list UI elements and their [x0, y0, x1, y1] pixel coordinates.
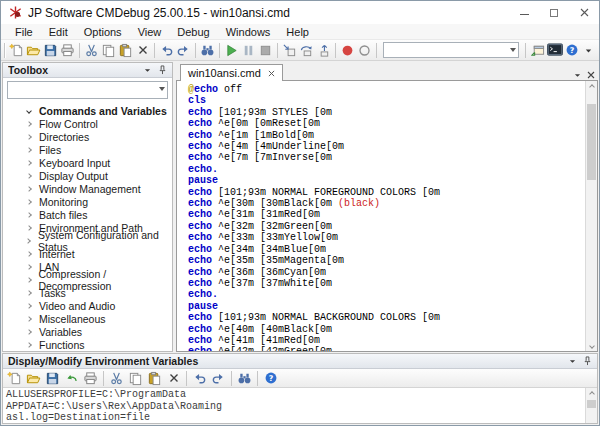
- paste-icon[interactable]: [145, 369, 164, 387]
- undo-icon[interactable]: [158, 41, 175, 59]
- delete-icon[interactable]: [164, 369, 183, 387]
- stop-icon[interactable]: [257, 41, 274, 59]
- copy-icon[interactable]: [100, 41, 117, 59]
- find-icon[interactable]: [199, 41, 216, 59]
- code-line: echo ^e[40m [40mBlack[0m: [188, 324, 585, 335]
- toolbox-item[interactable]: Variables: [3, 325, 172, 338]
- chevron-right-icon: [26, 277, 32, 283]
- print-icon[interactable]: [81, 369, 100, 387]
- toolbar-combobox[interactable]: [383, 42, 519, 58]
- env-vertical-scrollbar[interactable]: [585, 388, 597, 423]
- chevron-right-icon: [26, 251, 32, 257]
- menu-help[interactable]: Help: [278, 24, 317, 40]
- toolbar-separator: [525, 43, 526, 58]
- find-icon[interactable]: [235, 369, 254, 387]
- scrollbar-thumb[interactable]: [587, 400, 596, 408]
- toolbox-item[interactable]: System Configuration and Status: [3, 234, 172, 247]
- scroll-down-button[interactable]: [586, 340, 597, 351]
- toolbox-menu-button[interactable]: [140, 64, 155, 77]
- pause-icon[interactable]: [240, 41, 257, 59]
- step-into-icon[interactable]: [281, 41, 298, 59]
- close-icon: [580, 8, 589, 17]
- save-icon[interactable]: [42, 41, 59, 59]
- scrollbar-track[interactable]: [586, 92, 597, 340]
- menu-file[interactable]: File: [7, 24, 41, 40]
- cut-icon[interactable]: [107, 369, 126, 387]
- chevron-right-icon: [26, 303, 32, 309]
- open-file-icon[interactable]: [24, 369, 43, 387]
- record-outline-icon[interactable]: [356, 41, 373, 59]
- toolbox-item[interactable]: Flow Control: [3, 117, 172, 130]
- help-icon[interactable]: ?: [261, 369, 280, 387]
- toolbox-item[interactable]: Window Management: [3, 182, 172, 195]
- chevron-right-icon: [26, 147, 32, 153]
- toolbar-separator: [335, 43, 336, 58]
- env-variable-list[interactable]: ALLUSERSPROFILE=C:\ProgramDataAPPDATA=C:…: [3, 388, 585, 423]
- toolbox-item[interactable]: Keyboard Input: [3, 156, 172, 169]
- new-file-icon[interactable]: [8, 41, 25, 59]
- close-button[interactable]: [569, 1, 599, 24]
- undo-icon[interactable]: [190, 369, 209, 387]
- step-over-icon[interactable]: [298, 41, 315, 59]
- toolbox-item[interactable]: Video and Audio: [3, 299, 172, 312]
- overflow-arrow-icon[interactable]: [580, 41, 597, 59]
- toolbox-item[interactable]: Functions: [3, 338, 172, 351]
- env-panel-pin-button[interactable]: [580, 355, 595, 368]
- step-out-icon[interactable]: [315, 41, 332, 59]
- help-icon[interactable]: ?: [563, 41, 580, 59]
- open-file-icon[interactable]: [25, 41, 42, 59]
- toolbox-item[interactable]: Compression / Decompression: [3, 273, 172, 286]
- toolbox-item[interactable]: Directories: [3, 130, 172, 143]
- editor-vertical-scrollbar[interactable]: [585, 81, 597, 351]
- toolbox-pin-button[interactable]: [155, 64, 170, 77]
- record-icon[interactable]: [339, 41, 356, 59]
- toolbar-separator: [195, 43, 196, 58]
- toolbar-separator: [186, 371, 187, 386]
- cut-icon[interactable]: [83, 41, 100, 59]
- console-icon[interactable]: [546, 41, 563, 59]
- chevron-down-icon: [569, 358, 576, 365]
- copy-icon[interactable]: [126, 369, 145, 387]
- code-area[interactable]: @echo offclsecho [101;93m STYLES [0mecho…: [177, 81, 585, 351]
- scroll-up-button[interactable]: [586, 388, 597, 399]
- tab-close-button[interactable]: [268, 70, 275, 77]
- scrollbar-track[interactable]: [586, 399, 597, 423]
- run-icon[interactable]: [223, 41, 240, 59]
- menu-view[interactable]: View: [130, 24, 170, 40]
- toolbox-item[interactable]: Files: [3, 143, 172, 156]
- new-file-icon[interactable]: [5, 369, 24, 387]
- toolbox-root-item[interactable]: Commands and Variables: [3, 104, 172, 117]
- chevron-down-icon: [589, 343, 595, 349]
- delete-icon[interactable]: [134, 41, 151, 59]
- maximize-button[interactable]: [539, 1, 569, 24]
- toolbox-filter-combobox[interactable]: [7, 81, 168, 99]
- toolbox-item[interactable]: Batch files: [3, 208, 172, 221]
- attach-window-icon[interactable]: [529, 41, 546, 59]
- chevron-right-icon: [26, 329, 32, 335]
- toolbox-item[interactable]: Miscellaneous: [3, 312, 172, 325]
- chevron-down-icon: [574, 72, 581, 79]
- redo-icon[interactable]: [175, 41, 192, 59]
- tab-win10ansi[interactable]: win10ansi.cmd: [180, 64, 283, 81]
- print-icon[interactable]: [59, 41, 76, 59]
- revert-icon[interactable]: [62, 369, 81, 387]
- save-icon[interactable]: [43, 369, 62, 387]
- redo-icon[interactable]: [209, 369, 228, 387]
- toolbar-separator: [231, 371, 232, 386]
- toolbox-item[interactable]: Monitoring: [3, 195, 172, 208]
- menu-debug[interactable]: Debug: [169, 24, 217, 40]
- menu-options[interactable]: Options: [76, 24, 130, 40]
- toolbox-tree: Commands and Variables Flow ControlDirec…: [3, 103, 172, 351]
- toolbar-separator: [103, 371, 104, 386]
- toolbox-item[interactable]: Display Output: [3, 169, 172, 182]
- scroll-up-button[interactable]: [586, 81, 597, 92]
- paste-icon[interactable]: [117, 41, 134, 59]
- maximize-icon: [550, 9, 558, 17]
- chevron-right-icon: [26, 316, 32, 322]
- minimize-button[interactable]: [509, 1, 539, 24]
- menu-edit[interactable]: Edit: [41, 24, 76, 40]
- menu-windows[interactable]: Windows: [218, 24, 279, 40]
- env-panel-menu-button[interactable]: [565, 355, 580, 368]
- toolbar-separator: [376, 43, 377, 58]
- scrollbar-thumb[interactable]: [587, 104, 596, 180]
